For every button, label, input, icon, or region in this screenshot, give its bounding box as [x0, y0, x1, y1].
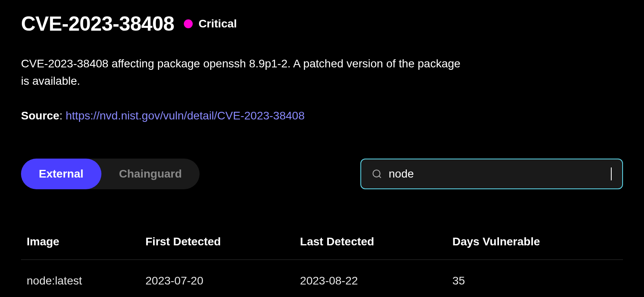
table-row[interactable]: node:latest 2023-07-20 2023-08-22 35 [21, 259, 623, 293]
table-header-row: Image First Detected Last Detected Days … [21, 230, 623, 260]
search-field-wrapper[interactable] [360, 159, 623, 189]
col-last-detected: Last Detected [295, 230, 447, 260]
cve-title: CVE-2023-38408 [21, 12, 174, 36]
severity-label: Critical [198, 17, 237, 30]
col-days-vulnerable: Days Vulnerable [447, 230, 623, 260]
search-input[interactable] [389, 167, 610, 180]
cell-first-detected: 2023-07-20 [140, 259, 295, 293]
tab-group: External Chainguard [21, 159, 200, 189]
cell-image: node:latest [21, 259, 140, 293]
cve-description: CVE-2023-38408 affecting package openssh… [21, 55, 465, 90]
search-icon [372, 169, 382, 179]
tab-external[interactable]: External [21, 159, 101, 189]
cell-days-vulnerable: 35 [447, 259, 623, 293]
text-cursor-icon [611, 167, 612, 180]
source-link[interactable]: https://nvd.nist.gov/vuln/detail/CVE-202… [66, 109, 305, 122]
controls-row: External Chainguard [21, 159, 623, 189]
severity-badge: Critical [184, 17, 237, 30]
tab-chainguard[interactable]: Chainguard [101, 159, 200, 189]
col-image: Image [21, 230, 140, 260]
cell-last-detected: 2023-08-22 [295, 259, 447, 293]
source-line: Source: https://nvd.nist.gov/vuln/detail… [21, 109, 623, 122]
severity-dot-icon [184, 19, 193, 28]
col-first-detected: First Detected [140, 230, 295, 260]
page-header: CVE-2023-38408 Critical [21, 12, 623, 36]
svg-point-0 [373, 170, 380, 177]
vulnerability-table: Image First Detected Last Detected Days … [21, 230, 623, 293]
svg-line-1 [379, 176, 381, 178]
source-label: Source [21, 109, 59, 122]
